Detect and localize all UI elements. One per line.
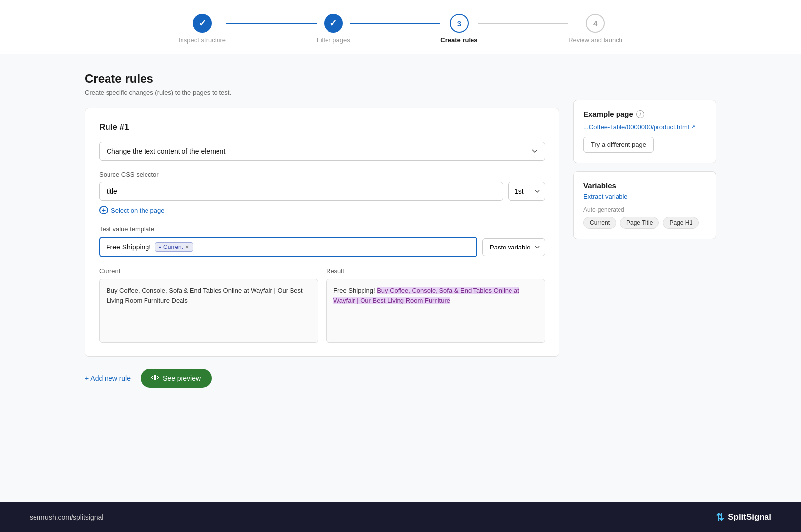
footer-domain: semrush.com/splitsignal xyxy=(30,513,103,521)
step-number-review: 4 xyxy=(593,19,597,28)
footer-brand: ⇅ SplitSignal xyxy=(716,511,771,523)
css-selector-input[interactable] xyxy=(99,182,503,201)
chip-label: Current xyxy=(163,244,183,250)
select-on-page-button[interactable]: + Select on the page xyxy=(99,206,545,214)
template-row: Free Shipping! ▾ Current ✕ Paste variabl… xyxy=(99,237,545,257)
step-circle-review: 4 xyxy=(586,14,605,33)
eye-icon: 👁 xyxy=(151,374,159,383)
stepper: ✓ Inspect structure ✓ Filter pages 3 Cre… xyxy=(179,14,622,44)
chip-arrow-icon: ▾ xyxy=(159,245,161,250)
example-page-title: Example page i xyxy=(583,110,706,118)
step-circle-filter: ✓ xyxy=(324,14,343,33)
example-page-card: Example page i ...Coffee-Table/0000000/p… xyxy=(573,100,716,163)
rule-title: Rule #1 xyxy=(99,122,545,132)
var-chip-page-h1[interactable]: Page H1 xyxy=(663,217,699,229)
paste-variable-select[interactable]: Paste variable xyxy=(482,238,545,256)
step-filter: ✓ Filter pages xyxy=(317,14,350,44)
current-label: Current xyxy=(99,267,318,275)
result-value-box: Free Shipping! Buy Coffee, Console, Sofa… xyxy=(326,279,545,343)
current-result-row: Current Buy Coffee, Console, Sofa & End … xyxy=(99,267,545,343)
auto-generated-label: Auto-generated xyxy=(583,206,706,213)
plus-circle-icon: + xyxy=(99,206,108,214)
result-column: Result Free Shipping! Buy Coffee, Consol… xyxy=(326,267,545,343)
variable-chips: Current Page Title Page H1 xyxy=(583,217,706,229)
template-input-field[interactable]: Free Shipping! ▾ Current ✕ xyxy=(99,237,477,257)
select-on-page-label: Select on the page xyxy=(111,207,164,214)
step-inspect: ✓ Inspect structure xyxy=(179,14,226,44)
right-panel: Example page i ...Coffee-Table/0000000/p… xyxy=(573,72,716,483)
step-label-review: Review and launch xyxy=(568,36,622,44)
variables-title: Variables xyxy=(583,181,706,190)
step-label-filter: Filter pages xyxy=(317,36,350,44)
step-circle-create: 3 xyxy=(450,14,469,33)
rule-card: Rule #1 Change the text content of the e… xyxy=(85,108,559,357)
checkmark-icon: ✓ xyxy=(199,18,206,29)
example-page-link[interactable]: ...Coffee-Table/0000000/product.html ↗ xyxy=(583,123,706,131)
action-dropdown[interactable]: Change the text content of the element xyxy=(99,142,545,161)
result-label: Result xyxy=(326,267,545,275)
result-prefix: Free Shipping! xyxy=(333,287,377,294)
connector-3 xyxy=(478,23,569,24)
splitsignal-logo-icon: ⇅ xyxy=(716,511,724,523)
see-preview-button[interactable]: 👁 See preview xyxy=(141,369,212,388)
ordinal-select[interactable]: 1st 2nd 3rd xyxy=(508,182,545,201)
external-link-icon: ↗ xyxy=(691,124,695,130)
footer: semrush.com/splitsignal ⇅ SplitSignal xyxy=(0,502,801,532)
page-heading: Create rules xyxy=(85,72,559,86)
connector-1 xyxy=(226,23,317,24)
main-content: Create rules Create specific changes (ru… xyxy=(55,54,746,502)
page-subheading: Create specific changes (rules) to the p… xyxy=(85,89,559,96)
extract-variable-link[interactable]: Extract variable xyxy=(583,193,706,200)
bottom-actions: + Add new rule 👁 See preview xyxy=(85,369,559,388)
step-review: 4 Review and launch xyxy=(568,14,622,44)
step-label-inspect: Inspect structure xyxy=(179,36,226,44)
selector-row: 1st 2nd 3rd xyxy=(99,182,545,201)
checkmark-icon-2: ✓ xyxy=(329,18,337,29)
variables-card: Variables Extract variable Auto-generate… xyxy=(573,171,716,239)
try-different-page-button[interactable]: Try a different page xyxy=(583,137,654,153)
variable-chip-current[interactable]: ▾ Current ✕ xyxy=(155,242,193,252)
connector-2 xyxy=(350,23,441,24)
current-value-box: Buy Coffee, Console, Sofa & End Tables O… xyxy=(99,279,318,343)
footer-brand-name: SplitSignal xyxy=(728,512,771,522)
current-value-text: Buy Coffee, Console, Sofa & End Tables O… xyxy=(107,287,303,304)
test-value-label: Test value template xyxy=(99,225,545,233)
chip-remove-icon[interactable]: ✕ xyxy=(185,244,189,250)
source-css-label: Source CSS selector xyxy=(99,171,545,178)
template-text: Free Shipping! xyxy=(106,243,151,251)
left-panel: Create rules Create specific changes (ru… xyxy=(85,72,559,483)
step-number-create: 3 xyxy=(457,19,461,28)
step-create: 3 Create rules xyxy=(440,14,477,44)
var-chip-current[interactable]: Current xyxy=(583,217,616,229)
see-preview-label: See preview xyxy=(163,374,201,382)
var-chip-page-title[interactable]: Page Title xyxy=(620,217,659,229)
step-circle-inspect: ✓ xyxy=(193,14,212,33)
info-icon: i xyxy=(636,110,644,118)
stepper-bar: ✓ Inspect structure ✓ Filter pages 3 Cre… xyxy=(0,0,801,54)
add-rule-button[interactable]: + Add new rule xyxy=(85,374,131,382)
current-column: Current Buy Coffee, Console, Sofa & End … xyxy=(99,267,318,343)
example-link-text: ...Coffee-Table/0000000/product.html xyxy=(583,123,689,131)
step-label-create: Create rules xyxy=(440,36,477,44)
